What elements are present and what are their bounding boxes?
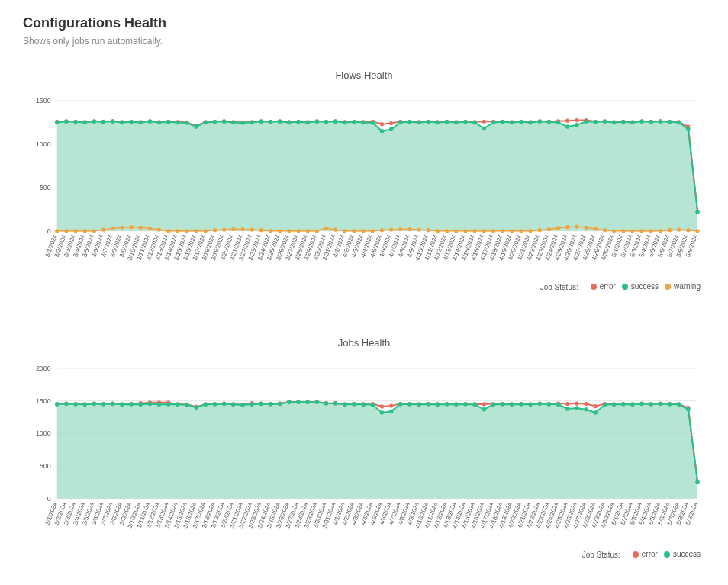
- data-point-warning: [324, 227, 328, 230]
- data-point-warning: [101, 228, 105, 232]
- y-tick-label: 1000: [36, 429, 51, 437]
- data-point-success: [371, 121, 375, 125]
- data-point-success: [603, 403, 607, 407]
- data-point-warning: [204, 229, 208, 233]
- data-point-warning: [129, 225, 133, 229]
- y-tick-label: 0: [47, 227, 51, 235]
- series-area-success: [57, 121, 697, 231]
- data-point-success: [603, 120, 607, 124]
- data-point-warning: [398, 227, 402, 231]
- data-point-success: [454, 121, 459, 125]
- data-point-success: [407, 402, 412, 407]
- data-point-warning: [491, 229, 495, 233]
- data-point-success: [537, 402, 542, 407]
- data-point-success: [278, 120, 282, 124]
- data-point-warning: [556, 226, 560, 230]
- data-point-success: [389, 127, 394, 132]
- data-point-success: [64, 120, 69, 124]
- data-point-success: [427, 402, 431, 407]
- data-point-success: [269, 402, 273, 407]
- data-point-success: [639, 120, 644, 124]
- data-point-error: [389, 121, 393, 125]
- legend-item-error[interactable]: error: [591, 282, 616, 291]
- data-point-warning: [195, 229, 198, 233]
- y-tick-label: 1500: [36, 97, 51, 104]
- data-point-success: [695, 210, 700, 214]
- data-point-success: [547, 402, 552, 407]
- data-point-success: [315, 400, 320, 404]
- data-point-error: [594, 404, 598, 408]
- legend-item-success[interactable]: success: [664, 550, 701, 558]
- data-point-success: [120, 402, 124, 407]
- data-point-success: [138, 402, 143, 407]
- data-point-success: [240, 121, 245, 125]
- data-point-error: [389, 403, 393, 407]
- data-point-success: [380, 129, 385, 133]
- data-point-success: [92, 402, 97, 407]
- data-point-warning: [668, 228, 672, 232]
- data-point-success: [250, 402, 254, 407]
- data-point-success: [537, 120, 542, 124]
- data-point-error: [380, 122, 384, 126]
- data-point-success: [472, 402, 477, 407]
- data-point-warning: [148, 227, 152, 230]
- data-point-success: [204, 402, 208, 407]
- data-point-success: [213, 120, 217, 124]
- y-tick-label: 0: [47, 495, 51, 503]
- page-title: Configurations Health: [23, 15, 705, 31]
- data-point-success: [278, 402, 282, 407]
- data-point-warning: [259, 228, 263, 232]
- data-point-warning: [519, 229, 523, 233]
- data-point-success: [305, 400, 310, 404]
- data-point-warning: [64, 229, 68, 233]
- data-point-success: [668, 402, 672, 407]
- data-point-warning: [120, 226, 124, 230]
- data-point-success: [157, 121, 162, 125]
- data-point-success: [593, 410, 598, 415]
- chart-legend: Job Status:errorsuccesswarning: [23, 282, 705, 291]
- data-point-success: [398, 121, 403, 125]
- data-point-success: [621, 402, 626, 407]
- data-point-success: [482, 407, 486, 412]
- data-point-success: [194, 124, 198, 129]
- data-point-warning: [407, 227, 411, 231]
- data-point-warning: [157, 228, 161, 232]
- data-point-success: [454, 402, 459, 407]
- data-point-warning: [185, 229, 188, 233]
- legend-item-success[interactable]: success: [622, 282, 659, 291]
- y-tick-label: 500: [40, 184, 51, 191]
- data-point-warning: [649, 229, 653, 233]
- data-point-success: [630, 402, 635, 407]
- data-point-success: [120, 121, 124, 125]
- data-point-success: [417, 121, 421, 125]
- data-point-success: [315, 120, 320, 124]
- legend-item-error[interactable]: error: [633, 550, 658, 558]
- legend-dot-icon: [664, 551, 670, 558]
- data-point-error: [380, 404, 384, 408]
- data-point-success: [101, 402, 106, 407]
- data-point-success: [148, 120, 153, 124]
- data-point-warning: [501, 229, 504, 233]
- data-point-warning: [603, 228, 607, 232]
- data-point-success: [371, 403, 375, 407]
- data-point-success: [324, 120, 329, 124]
- legend-dot-icon: [633, 551, 639, 558]
- data-point-warning: [250, 228, 254, 232]
- data-point-warning: [594, 227, 598, 230]
- data-point-success: [185, 403, 189, 407]
- data-point-warning: [287, 229, 291, 233]
- chart-legend: Job Status:errorsuccess: [23, 550, 705, 559]
- data-point-success: [510, 402, 514, 407]
- data-point-warning: [278, 229, 282, 233]
- data-point-success: [463, 402, 468, 407]
- data-point-success: [129, 120, 134, 124]
- data-point-success: [380, 410, 385, 415]
- data-point-success: [630, 121, 635, 125]
- data-point-warning: [83, 229, 87, 233]
- data-point-success: [176, 402, 180, 407]
- data-point-success: [528, 402, 533, 407]
- data-point-success: [269, 120, 273, 124]
- data-point-warning: [176, 229, 179, 233]
- data-point-error: [482, 120, 486, 124]
- legend-item-warning[interactable]: warning: [665, 282, 701, 291]
